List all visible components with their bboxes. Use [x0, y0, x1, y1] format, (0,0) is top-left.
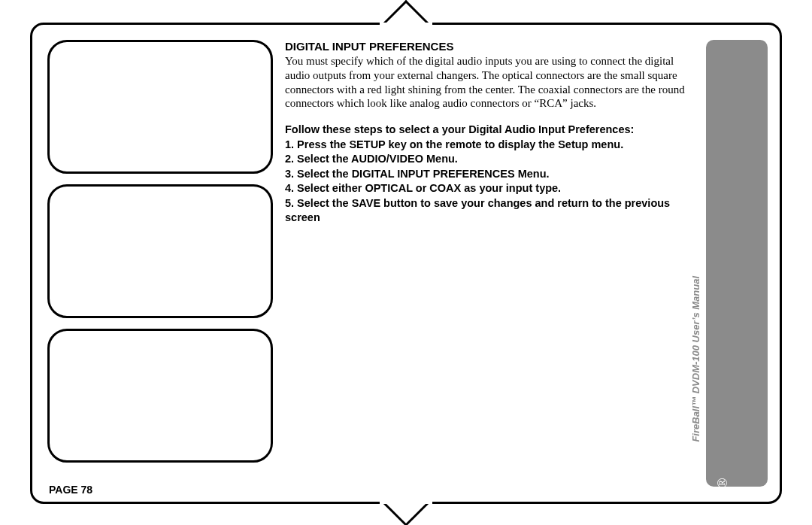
step-item: 1. Press the SETUP key on the remote to …	[285, 138, 697, 153]
content-area: DIGITAL INPUT PREFERENCES You must speci…	[47, 40, 697, 475]
section-heading: DIGITAL INPUT PREFERENCES	[285, 40, 697, 53]
top-notch-mask	[380, 23, 432, 30]
registered-mark: ®	[715, 476, 730, 487]
manual-title-text: FireBall™ DVDM-100 User’s Manual	[690, 276, 701, 442]
text-column: DIGITAL INPUT PREFERENCES You must speci…	[285, 40, 697, 226]
bottom-notch-mask	[380, 496, 432, 504]
image-placeholder	[47, 40, 273, 174]
steps-intro: Follow these steps to select a your Digi…	[285, 123, 697, 138]
step-item: 2. Select the AUDIO/VIDEO Menu.	[285, 152, 697, 167]
section-paragraph: You must specify which of the digital au…	[285, 54, 697, 111]
brand-sidebar: ESCIENT®	[706, 40, 768, 487]
image-placeholder	[47, 184, 273, 318]
page-number: PAGE 78	[49, 484, 92, 496]
image-placeholder	[47, 329, 273, 463]
step-item: 5. Select the SAVE button to save your c…	[285, 196, 697, 226]
steps-list: 1. Press the SETUP key on the remote to …	[285, 138, 697, 226]
image-placeholders-column	[47, 40, 273, 463]
manual-title-vertical: FireBall™ DVDM-100 User’s Manual	[690, 276, 701, 442]
manual-page: DIGITAL INPUT PREFERENCES You must speci…	[30, 23, 782, 504]
brand-logo-text: ESCIENT®	[712, 227, 762, 487]
step-item: 3. Select the DIGITAL INPUT PREFERENCES …	[285, 167, 697, 182]
step-item: 4. Select either OPTICAL or COAX as your…	[285, 181, 697, 196]
